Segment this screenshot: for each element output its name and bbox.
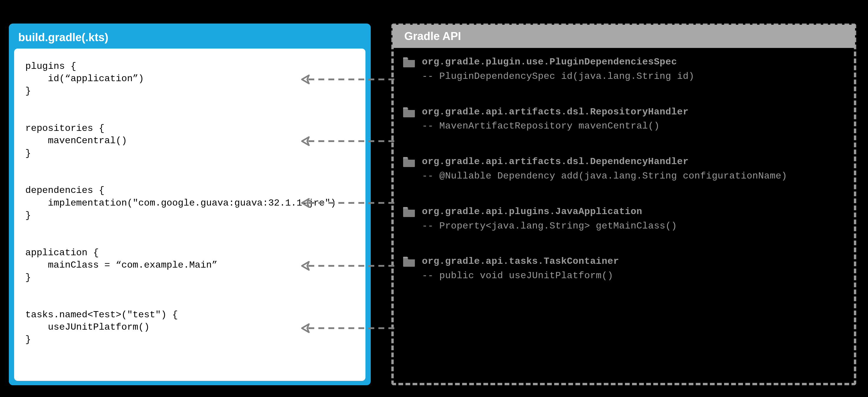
api-text: org.gradle.api.plugins.JavaApplication -… bbox=[422, 205, 677, 233]
api-class: org.gradle.api.artifacts.dsl.RepositoryH… bbox=[422, 106, 688, 119]
arrow-plugins bbox=[300, 73, 397, 85]
api-text: org.gradle.plugin.use.PluginDependencies… bbox=[422, 56, 694, 83]
api-text: org.gradle.api.artifacts.dsl.DependencyH… bbox=[422, 155, 787, 183]
gradle-api-title: Gradle API bbox=[393, 25, 855, 48]
api-method: -- MavenArtifactRepository mavenCentral(… bbox=[422, 120, 688, 133]
api-class: org.gradle.api.plugins.JavaApplication bbox=[422, 205, 677, 219]
api-item-repositories: org.gradle.api.artifacts.dsl.RepositoryH… bbox=[403, 106, 845, 133]
api-class: org.gradle.plugin.use.PluginDependencies… bbox=[422, 56, 694, 69]
folder-icon bbox=[403, 256, 415, 283]
arrow-application bbox=[300, 260, 397, 272]
folder-icon bbox=[403, 157, 415, 183]
gradle-api-panel: Gradle API org.gradle.plugin.use.PluginD… bbox=[391, 24, 856, 385]
arrow-tasks bbox=[300, 322, 397, 334]
api-list: org.gradle.plugin.use.PluginDependencies… bbox=[394, 48, 854, 283]
api-text: org.gradle.api.tasks.TaskContainer -- pu… bbox=[422, 255, 619, 283]
folder-icon bbox=[403, 107, 415, 133]
api-method: -- @Nullable Dependency add(java.lang.St… bbox=[422, 170, 787, 183]
api-method: -- public void useJUnitPlatform() bbox=[422, 269, 619, 283]
api-item-tasks: org.gradle.api.tasks.TaskContainer -- pu… bbox=[403, 255, 845, 283]
build-file-title: build.gradle(.kts) bbox=[14, 29, 366, 48]
folder-icon bbox=[403, 206, 415, 233]
api-item-plugins: org.gradle.plugin.use.PluginDependencies… bbox=[403, 56, 845, 83]
api-text: org.gradle.api.artifacts.dsl.RepositoryH… bbox=[422, 106, 688, 133]
folder-icon bbox=[403, 57, 415, 83]
api-class: org.gradle.api.artifacts.dsl.DependencyH… bbox=[422, 155, 787, 168]
api-item-application: org.gradle.api.plugins.JavaApplication -… bbox=[403, 205, 845, 233]
api-method: -- Property<java.lang.String> getMainCla… bbox=[422, 220, 677, 233]
api-method: -- PluginDependencySpec id(java.lang.Str… bbox=[422, 70, 694, 83]
api-item-dependencies: org.gradle.api.artifacts.dsl.DependencyH… bbox=[403, 155, 845, 183]
arrow-dependencies bbox=[300, 197, 397, 209]
api-class: org.gradle.api.tasks.TaskContainer bbox=[422, 255, 619, 268]
arrow-repositories bbox=[300, 135, 397, 147]
